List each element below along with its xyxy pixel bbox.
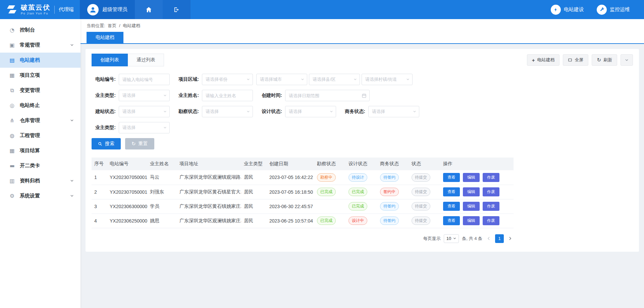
filter-row: 业主类型:请选择 (92, 122, 633, 133)
logout-button[interactable] (163, 0, 191, 19)
view-button[interactable]: 查看 (443, 202, 460, 211)
search-icon (98, 142, 102, 146)
stations-table: 序号电站编号业主姓名项目地址业主类型创建日期勘察状态设计状态商务状态状态操作 1… (92, 158, 514, 228)
per-page-label: 每页显示 (423, 236, 441, 242)
filter-label: 创建时间: (258, 93, 282, 99)
sidebar-item-station-archive[interactable]: ▤电站建档 (0, 53, 80, 68)
reset-icon: ↻ (131, 141, 136, 146)
void-button[interactable]: 作废 (483, 173, 499, 182)
page-tab[interactable]: 电站建档 (87, 32, 123, 43)
dashboard-icon: ◔ (9, 27, 15, 33)
edit-button[interactable]: 编辑 (463, 202, 480, 211)
province-select[interactable]: 请选择省份 (202, 74, 253, 85)
county-select[interactable]: 请选择县/区 (309, 74, 360, 85)
sidebar-item-change-management[interactable]: ⧉变更管理 (0, 83, 80, 98)
cell-business-status: 待签约 (377, 199, 409, 213)
owner-type-select[interactable]: 请选择 (119, 90, 170, 101)
nav-monitor-ops[interactable]: 监控运维 (597, 5, 630, 15)
edit-button[interactable]: 编辑 (463, 216, 480, 225)
chevron-down-icon (301, 78, 304, 81)
cell-address: 广东深圳龙华区观澜镇观湖路... (177, 170, 241, 185)
fullscreen-button[interactable]: 全屏 (563, 54, 588, 66)
station-no-input[interactable] (119, 74, 169, 85)
plus-icon: + (532, 58, 535, 63)
tab-created-list[interactable]: 创建列表 (92, 54, 128, 66)
sidebar-item-system-settings[interactable]: ⚙系统设置 (0, 188, 80, 203)
sidebar-item-label: 系统设置 (20, 193, 70, 199)
header-spacer (191, 0, 551, 19)
filter-field: 业主类型:请选择 (92, 122, 170, 133)
breadcrumb-home-link[interactable]: 首页 (108, 23, 116, 28)
prev-page-button[interactable] (485, 236, 492, 241)
cell-status: 待提交 (409, 185, 440, 199)
sidebar-item-type2-card[interactable]: ▬开二类卡 (0, 158, 80, 173)
page-1-button[interactable]: 1 (495, 234, 504, 243)
home-button[interactable] (135, 0, 163, 19)
per-page-select[interactable]: 10 (444, 234, 459, 243)
sidebar-item-label: 仓库管理 (20, 117, 70, 124)
void-button[interactable]: 作废 (483, 216, 499, 225)
edit-button[interactable]: 编辑 (463, 187, 480, 196)
view-button[interactable]: 查看 (443, 216, 460, 225)
village-select[interactable]: 请选择村镇/街道 (362, 74, 413, 85)
sidebar-item-engineering-management[interactable]: ◍工程管理 (0, 128, 80, 143)
view-button[interactable]: 查看 (443, 187, 460, 196)
nav-station-build[interactable]: 电站建设 (551, 5, 584, 15)
created-date-range-input[interactable] (285, 90, 360, 101)
column-header: 业主姓名 (147, 158, 177, 170)
sidebar-item-console[interactable]: ◔控制台 (0, 22, 80, 38)
cell-owner-name: 学员 (147, 199, 177, 213)
owner-name-input[interactable] (202, 90, 253, 101)
total-text: 条, 共 4 条 (462, 236, 482, 242)
edit-button[interactable]: 编辑 (463, 173, 480, 182)
city-select[interactable]: 请选择城市 (256, 74, 307, 85)
filter-label: 商务状态: (341, 109, 365, 115)
sidebar-item-data-archive[interactable]: ▥资料归档 (0, 173, 80, 188)
chevron-down-icon (163, 110, 167, 113)
filter-field: 请选择县/区 (309, 74, 360, 85)
owner-name-input-wrap (202, 90, 253, 101)
status-badge: 已完成 (348, 188, 367, 196)
add-station-button[interactable]: + 电站建档 (527, 54, 560, 66)
search-button[interactable]: 搜索 (92, 138, 121, 149)
cell-owner-type: 居民 (241, 170, 267, 185)
sidebar-item-project-initiation[interactable]: ▦项目立项 (0, 68, 80, 83)
calendar-icon (362, 93, 367, 98)
chevron-down-icon (247, 78, 250, 81)
card-icon: ▬ (9, 163, 15, 169)
sidebar-item-project-settlement[interactable]: ▦项目结算 (0, 143, 80, 158)
sidebar-item-general-management[interactable]: ▣常规管理 (0, 38, 80, 53)
button-label: 搜索 (105, 141, 114, 147)
nav-label: 监控运维 (610, 6, 630, 13)
design-status-select[interactable]: 请选择 (285, 106, 336, 117)
owner-type-select-2[interactable]: 请选择 (119, 122, 170, 133)
next-page-button[interactable] (507, 236, 514, 241)
sidebar-item-warehouse-management[interactable]: ⋔仓库管理 (0, 113, 80, 128)
collapse-filters-button[interactable] (621, 54, 633, 66)
business-status-select[interactable]: 请选择 (368, 106, 419, 117)
document-icon: ▤ (9, 57, 15, 63)
helmet-icon: ◍ (9, 132, 15, 139)
cell-owner-type: 居民 (241, 185, 267, 199)
tab-passed-list[interactable]: 通过列表 (128, 54, 164, 66)
cell-created-at: 2023-06-30 22:45:57 (267, 199, 314, 213)
refresh-button[interactable]: ↻ 刷新 (592, 54, 617, 66)
filter-row: 建站状态:请选择勘察状态:请选择设计状态:请选择商务状态:请选择 (92, 106, 633, 117)
filter-field: 商务状态:请选择 (341, 106, 419, 117)
user-menu[interactable]: 超级管理员 (80, 0, 135, 19)
survey-status-select[interactable]: 请选择 (202, 106, 253, 117)
build-status-select[interactable]: 请选择 (119, 106, 170, 117)
void-button[interactable]: 作废 (483, 187, 499, 196)
cell-design-status: 设计中 (346, 213, 377, 228)
nav-label: 电站建设 (564, 6, 584, 13)
cell-index: 4 (92, 213, 107, 228)
reset-button[interactable]: ↻ 重置 (125, 138, 154, 149)
sidebar-item-station-termination[interactable]: ◎电站终止 (0, 98, 80, 113)
cell-address: 广东深圳龙华区黄石镇星官大... (177, 185, 241, 199)
view-button[interactable]: 查看 (443, 173, 460, 182)
void-button[interactable]: 作废 (483, 202, 499, 211)
status-badge: 已完成 (348, 202, 367, 210)
cell-design-status: 已完成 (346, 185, 377, 199)
status-badge: 待签约 (380, 217, 399, 225)
filter-actions: 搜索 ↻ 重置 (92, 138, 633, 149)
